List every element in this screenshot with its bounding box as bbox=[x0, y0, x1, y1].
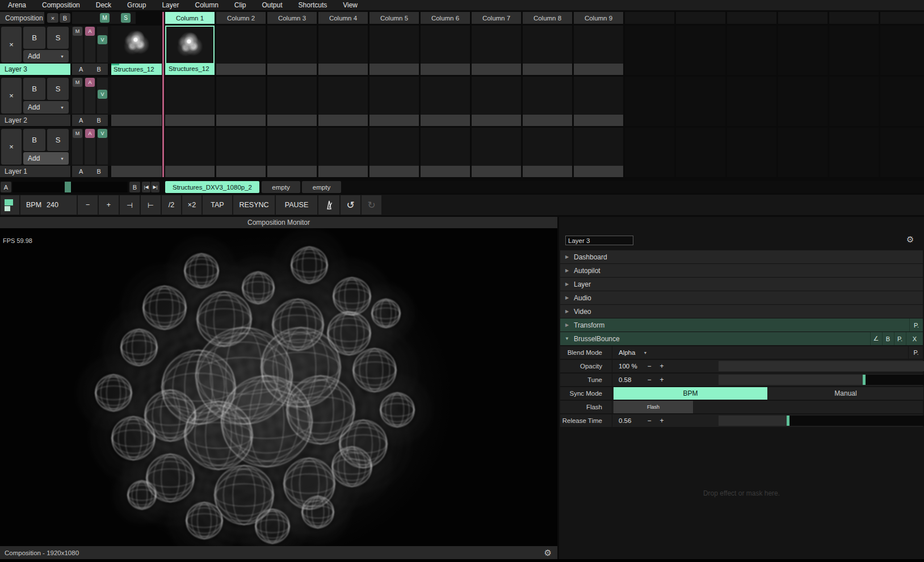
undo-button[interactable]: ↺ bbox=[341, 195, 360, 215]
redo-button[interactable]: ↻ bbox=[362, 195, 381, 215]
menu-deck[interactable]: Deck bbox=[88, 0, 119, 10]
mute-fader-button[interactable]: M bbox=[73, 78, 82, 87]
video-fader-button[interactable]: V bbox=[98, 35, 107, 44]
add-clip-dropdown[interactable]: Add▼ bbox=[23, 152, 69, 165]
layer-name-label[interactable]: Layer 2 bbox=[0, 115, 70, 126]
pause-button[interactable]: PAUSE bbox=[276, 195, 317, 215]
preview-clip-label[interactable]: Structures_12 bbox=[111, 64, 162, 75]
clip-slot-empty[interactable] bbox=[267, 77, 317, 126]
menu-arena[interactable]: Arena bbox=[0, 0, 34, 10]
video-fader-button[interactable]: V bbox=[98, 129, 107, 138]
effect-bypass-button[interactable]: B bbox=[882, 332, 893, 345]
clip-slot-empty[interactable] bbox=[216, 26, 266, 75]
crossfade-b-button[interactable]: B bbox=[129, 182, 140, 192]
clip-slot-empty[interactable] bbox=[421, 128, 470, 177]
clip-slot-empty[interactable] bbox=[829, 128, 879, 177]
video-fader[interactable]: V bbox=[97, 27, 108, 62]
column-header-1[interactable]: Column 1 bbox=[165, 12, 215, 24]
layer-cross-b[interactable]: B bbox=[97, 117, 101, 124]
metronome-button[interactable] bbox=[318, 195, 339, 215]
blend-mode-dropdown[interactable]: Alpha ▼ bbox=[614, 346, 659, 359]
crossfader-handle[interactable] bbox=[65, 182, 71, 192]
clip-slot-empty[interactable] bbox=[574, 77, 623, 126]
menu-composition[interactable]: Composition bbox=[34, 0, 88, 10]
section-autopilot[interactable]: ▶ Autopilot bbox=[560, 264, 923, 277]
composition-solo-button[interactable]: S bbox=[121, 13, 131, 23]
layer-bypass-button[interactable]: B bbox=[23, 129, 45, 151]
audio-fader[interactable]: A bbox=[85, 129, 95, 165]
layer-solo-button[interactable]: S bbox=[47, 129, 69, 151]
crossfader-track[interactable] bbox=[12, 182, 128, 192]
clip-slot-empty[interactable] bbox=[216, 128, 266, 177]
column-header-5[interactable]: Column 5 bbox=[369, 12, 419, 24]
bpm-display[interactable]: BPM 240 bbox=[20, 195, 77, 215]
bpm-double-button[interactable]: ×2 bbox=[182, 195, 201, 215]
audio-fader[interactable]: A bbox=[85, 78, 95, 114]
clip-slot-empty[interactable] bbox=[676, 26, 725, 75]
slider-marker[interactable] bbox=[787, 416, 789, 426]
bpm-decrease-button[interactable]: − bbox=[78, 195, 98, 215]
clip-slot-empty[interactable] bbox=[472, 128, 521, 177]
clip-slot-empty[interactable] bbox=[216, 77, 266, 126]
clip-slot-empty[interactable] bbox=[880, 128, 924, 177]
clip-slot-empty[interactable] bbox=[778, 77, 828, 126]
mute-fader[interactable]: M bbox=[72, 27, 83, 62]
nudge-up-button[interactable]: ⊢ bbox=[141, 195, 161, 215]
clip-slot-empty[interactable] bbox=[829, 26, 879, 75]
clip-slot-empty[interactable] bbox=[369, 26, 419, 75]
audio-fader-button[interactable]: A bbox=[85, 78, 95, 87]
clip-slot-empty[interactable] bbox=[880, 26, 924, 75]
layer-crossfade-ab[interactable]: AB bbox=[72, 64, 108, 75]
add-clip-dropdown[interactable]: Add▼ bbox=[23, 101, 69, 114]
tune-value[interactable]: 0.58 bbox=[614, 374, 644, 386]
layer-cross-b[interactable]: B bbox=[97, 66, 101, 73]
clip-slot-empty[interactable] bbox=[778, 26, 828, 75]
menu-clip[interactable]: Clip bbox=[226, 0, 254, 10]
release-time-decrease-button[interactable]: − bbox=[645, 414, 654, 427]
menu-column[interactable]: Column bbox=[187, 0, 226, 10]
clip-slot-empty[interactable] bbox=[165, 77, 215, 126]
deck-tab-structures[interactable]: Structures_DXV3_1080p_2 bbox=[165, 181, 259, 193]
clip-slot-empty[interactable] bbox=[676, 128, 725, 177]
clip-slot-empty[interactable] bbox=[727, 26, 776, 75]
clip-slot-empty[interactable] bbox=[523, 77, 572, 126]
composition-bypass-button[interactable]: B bbox=[60, 13, 70, 23]
layer-settings-gear-icon[interactable]: ⚙ bbox=[906, 234, 914, 245]
composition-mute-button[interactable]: M bbox=[100, 13, 110, 23]
clip-slot-empty[interactable] bbox=[165, 128, 215, 177]
effect-animate-button[interactable]: ∠ bbox=[870, 332, 881, 345]
monitor-settings-gear-icon[interactable]: ⚙ bbox=[544, 548, 552, 558]
layer-cross-a[interactable]: A bbox=[79, 168, 83, 175]
clip-slot-empty[interactable] bbox=[369, 128, 419, 177]
opacity-increase-button[interactable]: + bbox=[657, 360, 666, 372]
column-header-7[interactable]: Column 7 bbox=[472, 12, 521, 24]
layer-solo-button[interactable]: S bbox=[47, 78, 69, 100]
clip-slot-active[interactable]: Structures_12 bbox=[165, 26, 215, 75]
section-audio[interactable]: ▶ Audio bbox=[560, 291, 923, 304]
flash-button[interactable]: Flash bbox=[614, 401, 693, 413]
clip-slot-empty[interactable] bbox=[472, 26, 521, 75]
layer-cross-a[interactable]: A bbox=[79, 117, 83, 124]
clip-slot-empty[interactable] bbox=[369, 77, 419, 126]
opacity-value[interactable]: 100 % bbox=[614, 360, 644, 372]
clip-slot-empty[interactable] bbox=[778, 128, 828, 177]
clip-slot-empty[interactable] bbox=[421, 26, 470, 75]
layer-cross-b[interactable]: B bbox=[97, 168, 101, 175]
composition-close-button[interactable]: × bbox=[47, 13, 58, 23]
effect-header-brusselbounce[interactable]: ▼ BrusselBounce ∠ B P. X bbox=[560, 332, 923, 345]
video-fader-button[interactable]: V bbox=[98, 90, 107, 99]
add-clip-dropdown[interactable]: Add▼ bbox=[23, 50, 69, 62]
bpm-half-button[interactable]: /2 bbox=[162, 195, 181, 215]
menu-view[interactable]: View bbox=[335, 0, 366, 10]
video-fader[interactable]: V bbox=[97, 78, 108, 114]
layer-name-input[interactable] bbox=[565, 236, 633, 245]
transform-params-button[interactable]: P. bbox=[909, 318, 923, 332]
audio-fader-button[interactable]: A bbox=[85, 129, 95, 138]
mute-fader[interactable]: M bbox=[72, 78, 83, 114]
clip-slot-empty[interactable] bbox=[318, 26, 368, 75]
column-header-9[interactable]: Column 9 bbox=[574, 12, 623, 24]
mute-fader-button[interactable]: M bbox=[73, 27, 82, 36]
release-time-value[interactable]: 0.56 bbox=[614, 414, 644, 427]
column-header-2[interactable]: Column 2 bbox=[216, 12, 266, 24]
crossfade-a-button[interactable]: A bbox=[1, 182, 11, 192]
